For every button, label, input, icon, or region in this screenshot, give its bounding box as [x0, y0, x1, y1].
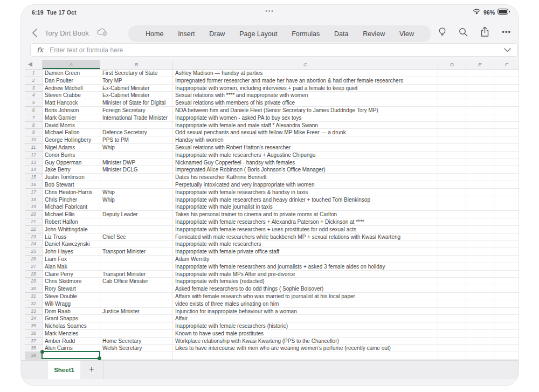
cell-C25[interactable]: Inappropriate with female private office… [173, 248, 438, 256]
cell-C27[interactable]: Inappropriate with female researchers an… [173, 263, 438, 271]
cell-A20[interactable]: Michael Ellis [43, 211, 100, 218]
cell-A26[interactable]: Liam Fox [43, 256, 100, 263]
document-title[interactable]: Tory Dirt Book [45, 29, 89, 37]
cell-D33[interactable] [438, 308, 466, 315]
row-header-4[interactable]: 4 [25, 92, 43, 99]
row-header-18[interactable]: 18 [25, 196, 43, 204]
cell-E18[interactable] [466, 196, 494, 204]
cell-F38[interactable] [494, 345, 519, 352]
cell-F18[interactable] [494, 196, 519, 204]
cell-D18[interactable] [438, 196, 466, 204]
row-header-34[interactable]: 34 [25, 315, 43, 322]
cell-B29[interactable]: Cab Office Minister [100, 278, 173, 285]
column-header-F[interactable]: F [494, 60, 519, 70]
cell-F2[interactable] [494, 77, 519, 85]
cell-B1[interactable]: First Secretary of State [100, 70, 173, 77]
cell-A8[interactable]: David Morris [43, 122, 100, 129]
row-header-29[interactable]: 29 [25, 278, 43, 285]
cell-D3[interactable] [438, 85, 466, 92]
row-header-3[interactable]: 3 [25, 85, 43, 92]
column-header-D[interactable]: D [438, 60, 466, 70]
selection-box-A39[interactable] [42, 351, 100, 359]
cell-E39[interactable] [466, 352, 494, 360]
tab-home[interactable]: Home [146, 30, 163, 38]
cell-D9[interactable] [438, 129, 466, 136]
cell-B36[interactable] [100, 330, 173, 338]
cell-D12[interactable] [438, 152, 466, 159]
cell-A34[interactable]: Grant Shapps [43, 315, 100, 322]
cell-F11[interactable] [494, 144, 519, 152]
cell-D37[interactable] [438, 338, 466, 345]
cell-A3[interactable]: Andrew Mitchell [43, 85, 100, 92]
row-header-9[interactable]: 9 [25, 129, 43, 136]
cell-F26[interactable] [494, 256, 519, 263]
row-header-19[interactable]: 19 [25, 203, 43, 211]
cell-B26[interactable] [100, 256, 173, 263]
chevron-down-icon[interactable] [504, 48, 517, 52]
tab-review[interactable]: Review [363, 30, 385, 38]
cell-F39[interactable] [494, 352, 519, 360]
cell-A19[interactable]: Michael Fabricant [43, 203, 100, 211]
cell-C6[interactable]: NDA between him and Daniele Fleet (Senio… [173, 107, 438, 114]
cell-F30[interactable] [494, 285, 519, 293]
cell-F29[interactable] [494, 278, 519, 285]
cell-E28[interactable] [466, 271, 494, 278]
cell-C22[interactable]: Inappropriate with female researchers + … [173, 226, 438, 233]
cell-E26[interactable] [466, 256, 494, 263]
cell-D22[interactable] [438, 226, 466, 233]
cell-D30[interactable] [438, 285, 466, 293]
cell-B2[interactable]: Tory MP [100, 77, 173, 85]
cell-A10[interactable]: George Hollingbery [43, 136, 100, 144]
cell-C18[interactable]: Inappropriate with male researchers and … [173, 196, 438, 204]
cell-B28[interactable]: Transport Minister [100, 271, 173, 278]
cell-B13[interactable]: Minister DWP [100, 159, 173, 167]
cell-F20[interactable] [494, 211, 519, 218]
cell-A24[interactable]: Daniel Kawczynski [43, 240, 100, 248]
cell-D7[interactable] [438, 114, 466, 122]
cell-A27[interactable]: Alan Mak [43, 263, 100, 271]
cell-B6[interactable]: Foreign Secretary [100, 107, 173, 114]
cell-F25[interactable] [494, 248, 519, 256]
cell-D34[interactable] [438, 315, 466, 322]
cell-F4[interactable] [494, 92, 519, 99]
cell-C28[interactable]: Inappropriate with male MPs After and pr… [173, 271, 438, 278]
row-header-2[interactable]: 2 [25, 77, 43, 85]
row-header-21[interactable]: 21 [25, 218, 43, 226]
cell-F9[interactable] [494, 129, 519, 136]
cell-C32[interactable]: video exists of three males urinating on… [173, 300, 438, 308]
cell-A17[interactable]: Chris Heaton-Harris [43, 189, 100, 196]
row-header-31[interactable]: 31 [25, 293, 43, 300]
cell-F10[interactable] [494, 136, 519, 144]
cell-A5[interactable]: Matt Hancock [43, 99, 100, 107]
cell-F5[interactable] [494, 99, 519, 107]
cell-A2[interactable]: Dan Poulter [43, 77, 100, 85]
cell-D11[interactable] [438, 144, 466, 152]
cell-F32[interactable] [494, 300, 519, 308]
row-header-10[interactable]: 10 [25, 136, 43, 144]
cell-C11[interactable]: Sexual relations with Robert Hatton's re… [173, 144, 438, 152]
cell-D32[interactable] [438, 300, 466, 308]
cell-B25[interactable]: Transport Minister [100, 248, 173, 256]
cell-F28[interactable] [494, 271, 519, 278]
cell-D1[interactable] [438, 70, 466, 77]
cell-A15[interactable]: Justin Tomlinson [43, 174, 100, 181]
cell-F3[interactable] [494, 85, 519, 92]
cell-D21[interactable] [438, 218, 466, 226]
cell-E35[interactable] [466, 322, 494, 330]
cell-F19[interactable] [494, 203, 519, 211]
cell-E19[interactable] [466, 203, 494, 211]
cell-A9[interactable]: Michael Fallon [43, 129, 100, 136]
cell-D31[interactable] [438, 293, 466, 300]
formula-bar[interactable]: fx Enter text or formula here [30, 43, 518, 57]
cell-F15[interactable] [494, 174, 519, 181]
cell-F22[interactable] [494, 226, 519, 233]
cell-C19[interactable]: Inappropriate with male journalist in ta… [173, 203, 438, 211]
cell-E13[interactable] [466, 159, 494, 167]
cell-B20[interactable]: Deputy Leader [100, 211, 173, 218]
cell-B30[interactable] [100, 285, 173, 293]
cell-E3[interactable] [466, 85, 494, 92]
row-header-11[interactable]: 11 [25, 144, 43, 152]
cell-A6[interactable]: Boris Johnson [43, 107, 100, 114]
cell-F6[interactable] [494, 107, 519, 114]
cell-C30[interactable]: Asked female researchers to do odd thing… [173, 285, 438, 293]
